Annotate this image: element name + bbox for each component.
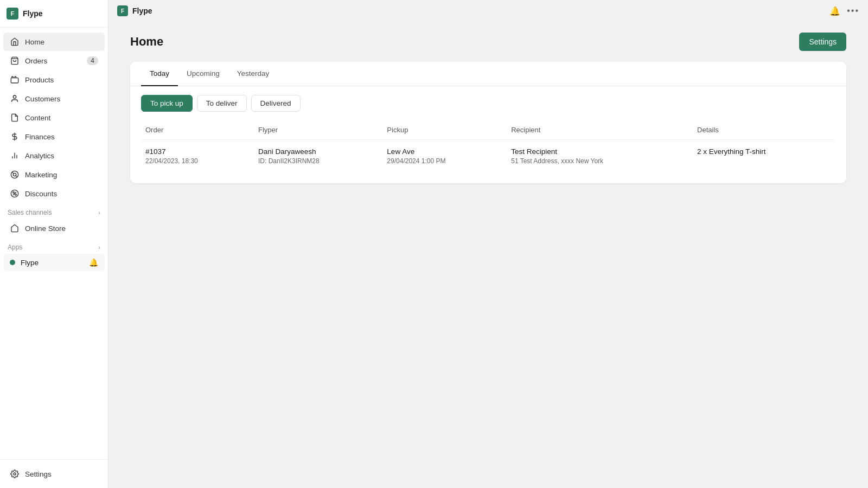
col-flyper: Flyper — [254, 120, 382, 140]
sidebar-item-home[interactable]: Home — [3, 33, 105, 51]
topbar-app-name: Flype — [132, 7, 152, 15]
svg-rect-1 — [11, 78, 18, 83]
cell-flyper: Dani Daryaweesh ID: DanII2K3IRNM28 — [254, 140, 382, 173]
sidebar-flype-label: Flype — [21, 259, 39, 267]
recipient-address: 51 Test Address, xxxx New York — [511, 157, 688, 165]
sidebar-item-orders-label: Orders — [25, 57, 47, 65]
recipient-name: Test Recipient — [511, 147, 688, 156]
topbar-logo-icon: F — [117, 5, 128, 16]
cell-recipient: Test Recipient 51 Test Address, xxxx New… — [507, 140, 693, 173]
sidebar-item-content[interactable]: Content — [3, 108, 105, 127]
sidebar-item-marketing-label: Marketing — [25, 171, 57, 179]
sidebar-item-content-label: Content — [25, 114, 50, 122]
cell-order: #1037 22/04/2023, 18:30 — [141, 140, 254, 173]
sidebar-item-orders[interactable]: Orders 4 — [3, 52, 105, 70]
sidebar-bottom: Settings — [0, 459, 108, 488]
pickup-location: Lew Ave — [387, 147, 502, 156]
sidebar-item-products[interactable]: Products — [3, 70, 105, 89]
analytics-icon — [10, 151, 20, 160]
online-store-icon — [10, 223, 20, 233]
sidebar-item-customers-label: Customers — [25, 95, 60, 103]
apps-chevron[interactable]: › — [98, 244, 100, 251]
sidebar-item-products-label: Products — [25, 76, 54, 84]
sidebar-app-name: Flype — [23, 9, 43, 18]
svg-point-12 — [15, 194, 17, 196]
sidebar-item-finances-label: Finances — [25, 133, 55, 141]
home-icon — [10, 37, 20, 47]
sidebar-item-home-label: Home — [25, 38, 44, 46]
main-card: Today Upcoming Yesterday To pick up To d… — [130, 62, 846, 183]
order-id: #1037 — [145, 147, 250, 156]
tab-today[interactable]: Today — [141, 62, 178, 86]
content-area: Home Settings Today Upcoming Yesterday T… — [108, 22, 868, 194]
flype-bell-icon[interactable]: 🔔 — [89, 258, 98, 267]
settings-button[interactable]: Settings — [799, 33, 846, 51]
filter-delivered[interactable]: Delivered — [251, 95, 301, 112]
sidebar-header: F Flype — [0, 0, 108, 28]
table-header: Order Flyper Pickup Recipient Details — [141, 120, 835, 140]
svg-point-11 — [13, 192, 15, 194]
marketing-icon — [10, 170, 20, 179]
order-date: 22/04/2023, 18:30 — [145, 157, 250, 165]
flype-dot-icon — [10, 260, 15, 265]
topbar: F Flype 🔔 ••• — [108, 0, 868, 22]
col-recipient: Recipient — [507, 120, 693, 140]
cell-details: 2 x Everything T-shirt — [693, 140, 835, 173]
filter-row: To pick up To deliver Delivered — [130, 86, 846, 120]
content-icon — [10, 113, 20, 123]
finances-icon — [10, 132, 20, 142]
sidebar-logo-icon: F — [7, 8, 18, 20]
more-menu-icon[interactable]: ••• — [847, 6, 859, 16]
cell-pickup: Lew Ave 29/04/2024 1:00 PM — [382, 140, 507, 173]
filter-deliver[interactable]: To deliver — [197, 95, 247, 112]
orders-icon — [10, 56, 20, 66]
sales-channels-section: Sales channels › — [0, 203, 108, 219]
flyper-name: Dani Daryaweesh — [258, 147, 378, 156]
sidebar-item-discounts[interactable]: Discounts — [3, 184, 105, 203]
apps-section: Apps › — [0, 238, 108, 253]
sidebar-item-marketing[interactable]: Marketing — [3, 165, 105, 184]
settings-gear-icon — [10, 469, 20, 479]
page-title: Home — [130, 35, 163, 49]
flyper-id: ID: DanII2K3IRNM28 — [258, 157, 378, 165]
sidebar-item-settings[interactable]: Settings — [3, 465, 105, 483]
customers-icon — [10, 94, 20, 104]
sidebar-item-finances[interactable]: Finances — [3, 127, 105, 146]
col-details: Details — [693, 120, 835, 140]
orders-table: Order Flyper Pickup Recipient Details #1… — [141, 120, 835, 172]
sidebar-item-analytics[interactable]: Analytics — [3, 146, 105, 165]
order-details: 2 x Everything T-shirt — [697, 147, 831, 156]
notification-icon[interactable]: 🔔 — [829, 6, 840, 16]
sidebar-item-flype[interactable]: Flype 🔔 — [3, 254, 105, 271]
svg-point-8 — [13, 173, 16, 176]
sidebar-item-discounts-label: Discounts — [25, 190, 57, 198]
discounts-icon — [10, 189, 20, 198]
svg-point-2 — [13, 95, 16, 98]
svg-line-9 — [12, 172, 14, 174]
topbar-right: 🔔 ••• — [829, 6, 859, 16]
col-pickup: Pickup — [382, 120, 507, 140]
main-content: F Flype 🔔 ••• Home Settings Today Upcomi… — [108, 0, 868, 488]
table-row[interactable]: #1037 22/04/2023, 18:30 Dani Daryaweesh … — [141, 140, 835, 173]
tab-yesterday[interactable]: Yesterday — [228, 62, 278, 86]
sidebar-item-online-store[interactable]: Online Store — [3, 219, 105, 237]
pickup-date: 29/04/2024 1:00 PM — [387, 157, 502, 165]
sidebar-item-settings-label: Settings — [25, 470, 52, 478]
sidebar-item-online-store-label: Online Store — [25, 224, 66, 233]
table-body: #1037 22/04/2023, 18:30 Dani Daryaweesh … — [141, 140, 835, 173]
orders-table-wrap: Order Flyper Pickup Recipient Details #1… — [130, 120, 846, 183]
col-order: Order — [141, 120, 254, 140]
sidebar-nav: Home Orders 4 Products Customers C — [0, 28, 108, 459]
products-icon — [10, 75, 20, 85]
sidebar-item-analytics-label: Analytics — [25, 152, 54, 160]
page-header: Home Settings — [130, 33, 846, 51]
svg-line-10 — [16, 176, 17, 177]
filter-pickup[interactable]: To pick up — [141, 95, 193, 112]
sidebar-item-customers[interactable]: Customers — [3, 89, 105, 108]
tab-upcoming[interactable]: Upcoming — [178, 62, 228, 86]
tabs-row: Today Upcoming Yesterday — [130, 62, 846, 86]
orders-badge: 4 — [87, 56, 98, 65]
topbar-left: F Flype — [117, 5, 152, 16]
sales-channels-chevron[interactable]: › — [98, 209, 100, 216]
svg-point-13 — [14, 473, 16, 475]
